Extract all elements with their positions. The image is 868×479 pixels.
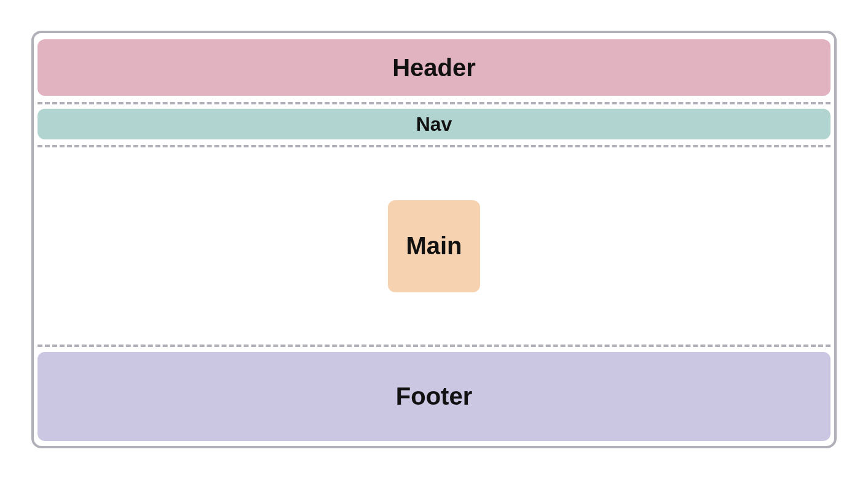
header-label: Header xyxy=(392,54,476,82)
nav-label: Nav xyxy=(416,113,452,136)
main-region: Main xyxy=(388,200,480,292)
header-row: Header xyxy=(37,37,831,104)
header-region: Header xyxy=(37,39,831,96)
footer-region: Footer xyxy=(37,352,831,441)
nav-region: Nav xyxy=(37,109,831,139)
footer-label: Footer xyxy=(396,383,472,410)
main-row: Main xyxy=(37,147,831,347)
nav-row: Nav xyxy=(37,104,831,147)
main-label: Main xyxy=(406,232,462,260)
footer-row: Footer xyxy=(37,347,831,442)
layout-container: Header Nav Main Footer xyxy=(31,31,837,448)
